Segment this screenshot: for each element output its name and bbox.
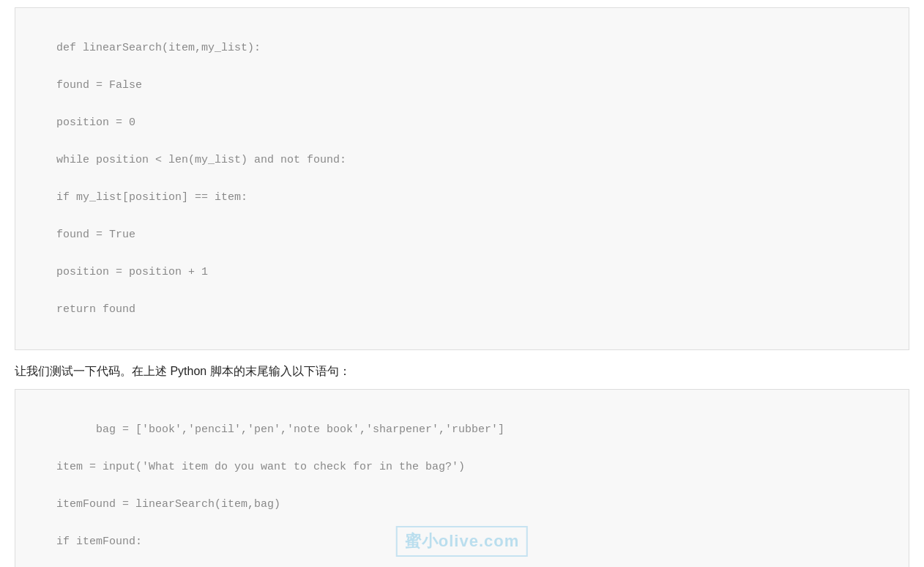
code2-line-2: item = input('What item do you want to c… bbox=[30, 461, 465, 473]
code-block-2-wrapper: bag = ['book','pencil','pen','note book'… bbox=[15, 389, 909, 567]
code-block-1: def linearSearch(item,my_list): found = … bbox=[15, 7, 909, 350]
code-line-1: def linearSearch(item,my_list): bbox=[56, 42, 261, 54]
code-line-4: while position < len(my_list) and not fo… bbox=[30, 154, 346, 166]
code-line-6: found = True bbox=[30, 229, 135, 241]
code-line-7: position = position + 1 bbox=[30, 266, 208, 278]
code-line-3: position = 0 bbox=[30, 116, 135, 129]
code-line-8: return found bbox=[30, 303, 135, 316]
page-container: def linearSearch(item,my_list): found = … bbox=[0, 0, 924, 567]
code2-line-1: bag = ['book','pencil','pen','note book'… bbox=[70, 423, 504, 436]
code-line-2: found = False bbox=[30, 79, 142, 92]
code-block-2: bag = ['book','pencil','pen','note book'… bbox=[15, 389, 909, 567]
code2-line-3: itemFound = linearSearch(item,bag) bbox=[30, 498, 280, 511]
prose-text-1: 让我们测试一下代码。在上述 Python 脚本的末尾输入以下语句： bbox=[15, 362, 909, 381]
code-line-5: if my_list[position] == item: bbox=[30, 191, 247, 204]
code2-line-4: if itemFound: bbox=[30, 536, 142, 548]
